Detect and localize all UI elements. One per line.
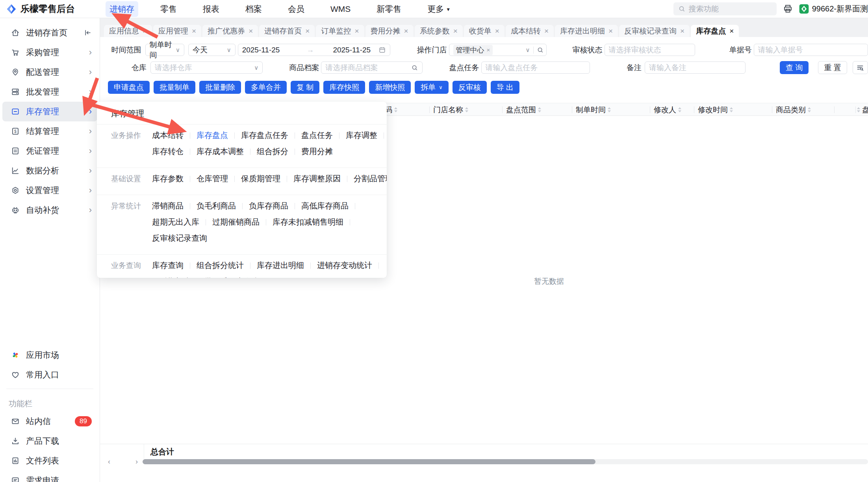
menu-item-stocktake[interactable]: 库存盘点 [197,130,228,141]
time-type-select[interactable]: 制单时间∨ [145,44,185,56]
sidebar-item-analytics[interactable]: 数据分析 › [2,161,97,181]
menu-item[interactable]: 滞销商品 [152,201,184,211]
sidebar-item-downloads[interactable]: 产品下载 [2,431,97,451]
tab-close-icon[interactable]: × [249,27,253,35]
remark-input[interactable]: 请输入备注 [645,61,746,74]
sidebar-item-voucher[interactable]: 凭证管理 › [2,141,97,161]
tab-close-icon[interactable]: × [354,27,359,35]
sidebar-item-wholesale[interactable]: 批发管理 › [2,82,97,102]
tab-item[interactable]: 应用信息× [104,25,152,37]
menu-item[interactable]: 库存转仓 [152,146,184,157]
menu-item[interactable]: 超期无出入库 [152,217,199,227]
menu-item[interactable]: 库存参数 [152,173,184,184]
menu-item[interactable]: 保质期管理 [241,173,280,184]
tab-close-icon[interactable]: × [192,27,196,35]
tab-item[interactable]: 收货单× [464,25,504,37]
sidebar-item-home[interactable]: 进销存首页 [2,23,97,43]
column-header-scope[interactable]: 盘点范围 [506,103,541,116]
audit-status-input[interactable]: 请选择审核状态 [605,44,695,56]
sidebar-item-replenish[interactable]: 自动补货 › [2,200,97,220]
menu-item[interactable]: 批次采配库存查询 [204,276,267,278]
merge-bills-button[interactable]: 多单合并 [245,81,287,94]
menu-item[interactable]: 负库存商品 [249,201,288,211]
sort-icon[interactable] [608,107,611,112]
menu-item[interactable]: 分割品管理 [354,173,387,184]
column-header-status[interactable]: 盘点状态 [857,103,868,116]
tab-close-icon[interactable]: × [305,27,310,35]
advanced-filter-button[interactable] [853,61,868,74]
sort-icon[interactable] [538,107,541,112]
warehouse-select[interactable]: 请选择仓库∨ [150,61,263,74]
menu-item[interactable]: 保质期报表 [152,276,191,278]
menu-item[interactable]: 进销存变动统计 [317,260,372,271]
menu-item[interactable]: 仓库管理 [197,173,228,184]
batch-create-button[interactable]: 批量制单 [154,81,195,94]
nav-item-huiyuan[interactable]: 会员 [284,1,308,17]
nav-item-dangan[interactable]: 档案 [241,1,266,17]
product-search-icon[interactable] [411,64,418,71]
date-start-value[interactable]: 2025-11-25 [242,46,280,54]
tab-close-icon[interactable]: × [495,27,499,35]
tab-item[interactable]: 订单监控× [316,25,364,37]
tab-item[interactable]: 系统参数× [415,25,463,37]
column-header-store-name[interactable]: 门店名称 [433,103,468,116]
stock-snapshot-button[interactable]: 库存快照 [323,81,365,94]
tab-close-icon[interactable]: × [729,27,734,35]
sidebar-item-purchase[interactable]: 采购管理 › [2,43,97,62]
reverse-audit-button[interactable]: 反审核 [453,81,487,94]
column-header-category[interactable]: 商品类别 [776,103,811,116]
nav-item-lingshou[interactable]: 零售 [156,1,181,17]
date-end-value[interactable]: 2025-11-25 [333,46,371,54]
menu-item[interactable]: 库存查询 [152,260,184,271]
sort-icon[interactable] [394,107,397,112]
tab-close-icon[interactable]: × [143,27,147,35]
bill-no-input[interactable]: 请输入单据号 [754,44,868,56]
menu-item[interactable]: 库存盘点任务 [241,130,288,141]
global-search-input[interactable]: 搜索功能 [673,2,777,15]
menu-item[interactable]: 组合拆分统计 [197,260,244,271]
sort-icon[interactable] [808,107,811,112]
split-bill-button[interactable]: 拆单∨ [415,81,449,94]
sidebar-item-files[interactable]: 文件列表 [2,451,97,471]
reset-button[interactable]: 重 置 [818,61,847,74]
tab-close-icon[interactable]: × [680,27,684,35]
menu-item[interactable]: 负毛利商品 [197,201,236,211]
copy-button[interactable]: 复 制 [291,81,319,94]
sort-icon[interactable] [857,107,860,112]
sidebar-item-app-market[interactable]: 应用市场 [2,345,97,365]
new-snapshot-button[interactable]: 新增快照 [369,81,411,94]
batch-delete-button[interactable]: 批量删除 [199,81,241,94]
store-search-icon[interactable] [537,47,544,54]
sidebar-item-messages[interactable]: 站内信 89 [2,411,97,431]
menu-item[interactable]: 库存进出明细 [257,260,304,271]
tab-item-stocktake-active[interactable]: 库存盘点× [691,25,739,37]
column-header-create-time[interactable]: 制单时间 [576,103,611,116]
nav-item-xinlingshou[interactable]: 新零售 [373,1,405,17]
printer-icon[interactable] [783,4,793,14]
nav-item-baobiao[interactable]: 报表 [199,1,223,17]
nav-item-jinxiaocun[interactable]: 进销存 [106,1,138,17]
menu-item[interactable]: 成本结转 [152,130,184,141]
sidebar-item-requests[interactable]: 需求申请 [2,471,97,482]
date-range-picker[interactable]: 2025-11-25 → 2025-11-25 [238,44,390,56]
tab-close-icon[interactable]: × [453,27,458,35]
sort-icon[interactable] [465,107,468,112]
menu-item[interactable]: 过期催销商品 [212,217,260,227]
export-button[interactable]: 导 出 [491,81,519,94]
tab-item[interactable]: 成本结转× [506,25,554,37]
tab-item[interactable]: 库存进出明细× [555,25,618,37]
tab-close-icon[interactable]: × [608,27,613,35]
store-select[interactable]: 管理中心× ∨ [449,44,547,56]
sidebar-item-settings[interactable]: 设置管理 › [2,181,97,200]
sort-icon[interactable] [678,107,681,112]
scrollbar-track[interactable] [143,459,868,464]
menu-item[interactable]: 盘点任务 [301,130,333,141]
menu-item[interactable]: 库存未扣减销售明细 [273,217,343,227]
time-preset-select[interactable]: 今天∨ [188,44,236,56]
query-button[interactable]: 查 询 [780,61,809,74]
menu-item[interactable]: 高低库存商品 [301,201,349,211]
tab-item[interactable]: 费用分摊× [365,25,414,37]
tab-item[interactable]: 应用管理× [153,25,201,37]
product-input[interactable]: 请选择商品档案 [321,61,422,74]
store-chip[interactable]: 管理中心× [453,45,493,55]
